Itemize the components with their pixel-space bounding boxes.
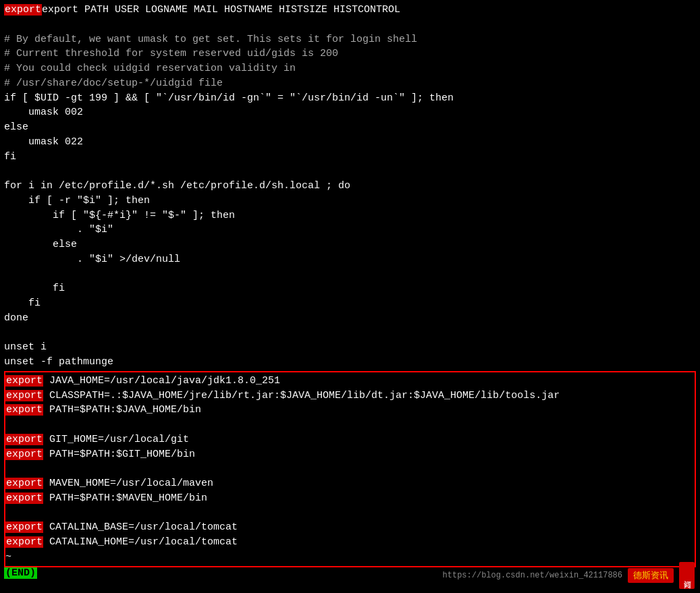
- line-else2: else: [4, 237, 696, 252]
- line-blank-java: [5, 418, 695, 432]
- line-dot1: . "$i": [4, 223, 696, 237]
- line-comment-1: # By default, we want umask to get set. …: [4, 32, 696, 47]
- line-comment-4: # /usr/share/doc/setup-*/uidgid file: [4, 76, 696, 91]
- line-git1: export GIT_HOME=/usr/local/git: [5, 432, 695, 447]
- terminal: exportexport PATH USER LOGNAME MAIL HOST…: [0, 0, 700, 593]
- line-comment-3: # You could check uidgid reservation val…: [4, 61, 696, 76]
- line-else: else: [4, 120, 696, 135]
- line-java1: export JAVA_HOME=/usr/local/java/jdk1.8.…: [5, 374, 695, 389]
- export-kw-git2: export: [5, 449, 43, 460]
- export-kw-maven2: export: [5, 492, 43, 504]
- line-dot2: . "$i" >/dev/null: [4, 252, 696, 267]
- export-kw-java2: export: [5, 390, 43, 401]
- export-kw-git1: export: [5, 434, 43, 445]
- line-if3: if [ "${-#*i}" != "$-" ]; then: [4, 208, 696, 223]
- line-fi1: fi: [4, 150, 696, 165]
- line-fi3: fi: [4, 296, 696, 311]
- export-kw-tomcat1: export: [5, 521, 43, 533]
- export-kw-java1: export: [5, 375, 43, 387]
- line-blank-1: [4, 18, 696, 32]
- line-unset1: unset i: [4, 340, 696, 355]
- line-git2: export PATH=$PATH:$GIT_HOME/bin: [5, 447, 695, 462]
- watermark-brand: 德斯资讯: [628, 568, 674, 583]
- line-tomcat2: export CATALINA_HOME=/usr/local/tomcat: [5, 535, 695, 550]
- line-maven2: export PATH=$PATH:$MAVEN_HOME/bin: [5, 491, 695, 506]
- line-comment-2: # Current threshold for system reserved …: [4, 47, 696, 61]
- line-fi2: fi: [4, 281, 696, 296]
- watermark-area: https://blog.csdn.net/weixin_42117886 德斯…: [443, 562, 695, 589]
- watermark-url: https://blog.csdn.net/weixin_42117886: [443, 571, 622, 580]
- line-for: for i in /etc/profile.d/*.sh /etc/profil…: [4, 179, 696, 194]
- line-umask1: umask 002: [4, 105, 696, 120]
- line-tomcat1: export CATALINA_BASE=/usr/local/tomcat: [5, 520, 695, 535]
- highlighted-section: export JAVA_HOME=/usr/local/java/jdk1.8.…: [4, 371, 696, 567]
- line-done: done: [4, 311, 696, 326]
- line-java3: export PATH=$PATH:$JAVA_HOME/bin: [5, 403, 695, 418]
- line-blank-3: [4, 326, 696, 341]
- line-1: exportexport PATH USER LOGNAME MAIL HOST…: [4, 3, 696, 18]
- export-kw-java3: export: [5, 404, 43, 416]
- line-blank-indent: [4, 267, 696, 282]
- export-kw-maven1: export: [5, 478, 43, 489]
- line-blank-2: [4, 164, 696, 179]
- line-unset2: unset -f pathmunge: [4, 355, 696, 370]
- line-blank-git: [5, 461, 695, 476]
- line-java2: export CLASSPATH=.:$JAVA_HOME/jre/lib/rt…: [5, 389, 695, 403]
- export-keyword: export: [4, 4, 42, 16]
- line-if: if [ $UID -gt 199 ] && [ "`/usr/bin/id -…: [4, 91, 696, 106]
- export-kw-tomcat2: export: [5, 536, 43, 548]
- line-maven1: export MAVEN_HOME=/usr/local/maven: [5, 476, 695, 491]
- end-label: (END): [4, 567, 37, 579]
- line-if2: if [ -r "$i" ]; then: [4, 194, 696, 208]
- watermark-side: 订阅: [679, 562, 695, 589]
- line-blank-maven: [5, 506, 695, 521]
- line-umask2: umask 022: [4, 135, 696, 150]
